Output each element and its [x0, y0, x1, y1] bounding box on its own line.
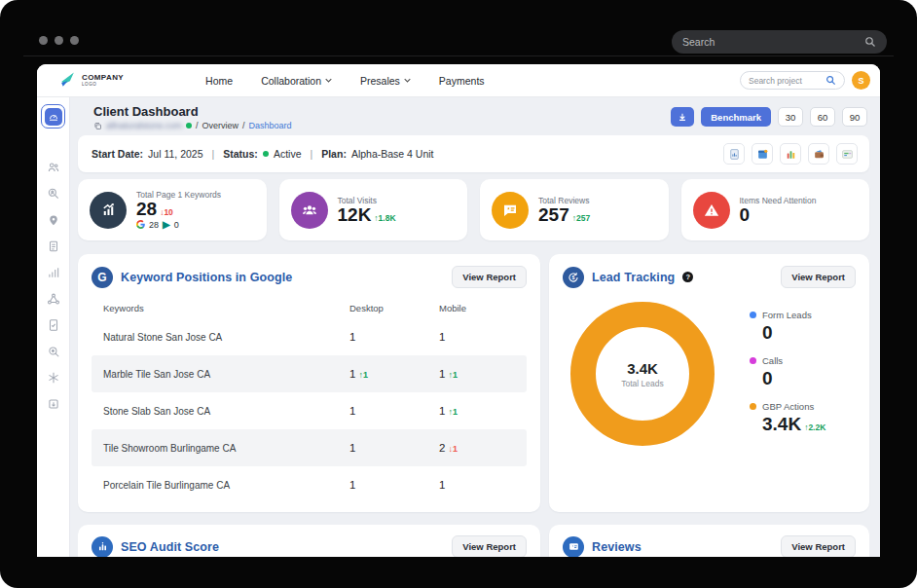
keyword-panel-title: Keyword Positions in Google — [121, 271, 292, 284]
download-button[interactable] — [671, 107, 694, 127]
range-60-button[interactable]: 60 — [810, 107, 835, 127]
window-dot[interactable] — [70, 36, 79, 45]
bar-chart-button[interactable] — [780, 143, 801, 165]
kpi-total-reviews[interactable]: Total Reviews 257↑257 — [480, 179, 669, 240]
warning-icon — [693, 192, 730, 229]
breadcrumb-dashboard[interactable]: Dashboard — [249, 121, 292, 130]
view-report-button[interactable]: View Report — [452, 535, 527, 557]
view-report-button[interactable]: View Report — [781, 266, 856, 288]
report-doc-button[interactable] — [723, 143, 745, 165]
browser-search-input[interactable] — [682, 36, 864, 48]
col-desktop: Desktop — [349, 303, 439, 313]
location-icon[interactable] — [47, 213, 60, 227]
nav-payments[interactable]: Payments — [439, 75, 485, 87]
keyword-table-header: Keywords Desktop Mobile — [92, 297, 527, 318]
benchmark-button[interactable]: Benchmark — [701, 107, 771, 127]
bar-chart-icon — [785, 148, 797, 161]
view-report-button[interactable]: View Report — [781, 535, 856, 557]
google-badge-icon: G — [92, 267, 113, 288]
breadcrumb-overview[interactable]: Overview — [202, 121, 239, 130]
nav-collaboration[interactable]: Collaboration — [261, 75, 332, 87]
rank-delta: ↑1 — [448, 407, 458, 417]
nav-presales[interactable]: Presales — [360, 75, 411, 87]
kpi-items-need-attention[interactable]: Items Need Attention 0 — [681, 179, 870, 240]
window-controls[interactable] — [39, 36, 79, 45]
lead-tracking-icon: $ — [563, 267, 584, 288]
sidebar-item-dashboard[interactable] — [41, 104, 65, 129]
total-leads-value: 3.4K — [627, 360, 658, 377]
wallet-button[interactable] — [808, 143, 829, 165]
settings-icon[interactable] — [47, 371, 60, 385]
legend-value: 3.4K — [762, 414, 801, 435]
search-icon — [825, 75, 836, 86]
total-leads-label: Total Leads — [621, 379, 663, 388]
search-icon — [864, 36, 876, 48]
start-date-value: Jul 11, 2025 — [148, 148, 202, 160]
separator: | — [310, 148, 312, 160]
range-30-button[interactable]: 30 — [778, 107, 803, 127]
window-dot[interactable] — [39, 36, 48, 45]
app-window: COMPANY LOGO Home Collaboration Presales… — [37, 64, 880, 557]
client-domain[interactable]: allnaturalstone.com — [106, 121, 182, 130]
kpi-total-page1-keywords[interactable]: Total Page 1 Keywords 28↓10 28 ▶ 0 — [78, 179, 267, 240]
device-frame: COMPANY LOGO Home Collaboration Presales… — [0, 0, 917, 588]
rank-delta: ↓1 — [448, 444, 458, 454]
network-icon[interactable] — [47, 292, 60, 306]
calendar-button[interactable] — [752, 143, 773, 165]
project-search-input[interactable] — [749, 76, 825, 86]
avatar[interactable]: S — [852, 71, 870, 90]
kpi-delta: ↓10 — [160, 208, 173, 217]
top-navigation: COMPANY LOGO Home Collaboration Presales… — [37, 64, 880, 97]
legend-value: 0 — [762, 322, 773, 344]
seo-panel-title: SEO Audit Score — [121, 540, 219, 554]
help-icon[interactable]: ? — [682, 272, 693, 282]
table-row[interactable]: Marble Tile San Jose CA 1↑1 1↑1 — [92, 355, 527, 392]
desktop-rank: 1 — [349, 368, 355, 380]
reviews-icon — [492, 192, 529, 229]
visitors-icon — [291, 192, 328, 229]
company-logo[interactable]: COMPANY LOGO — [58, 71, 124, 90]
kpi-value: 12K — [338, 205, 372, 225]
analytics-icon[interactable] — [47, 266, 60, 279]
status-label: Status: — [223, 148, 258, 160]
seo-search-icon[interactable] — [47, 345, 60, 358]
table-row[interactable]: Stone Slab San Jose CA 1 1↑1 — [92, 392, 527, 429]
wallet-icon — [813, 148, 825, 161]
legend-calls: Calls 0 — [750, 355, 825, 389]
view-report-button[interactable]: View Report — [452, 266, 527, 288]
keyword-positions-panel: G Keyword Positions in Google View Repor… — [78, 254, 540, 512]
table-row[interactable]: Natural Stone San Jose CA 1 1 — [92, 318, 527, 355]
engine-counts: 28 ▶ 0 — [136, 219, 221, 230]
legend-label: GBP Actions — [762, 401, 814, 412]
invoice-icon[interactable] — [47, 318, 60, 332]
archive-icon[interactable] — [47, 397, 60, 411]
users-icon[interactable] — [47, 161, 60, 174]
kpi-value: 257 — [538, 205, 569, 225]
plan-label: Plan: — [321, 148, 347, 160]
status-value: Active — [274, 148, 302, 160]
project-search[interactable] — [740, 71, 845, 90]
gbp-card-button[interactable] — [836, 143, 858, 165]
donut-legend: Form Leads 0 Calls 0 GBP Actions 3.4K↑2.… — [750, 302, 825, 446]
kpi-total-visits[interactable]: Total Visits 12K↑1.8K — [279, 179, 468, 240]
document-icon[interactable] — [47, 239, 60, 253]
keywords-chart-icon — [90, 192, 127, 229]
kpi-delta: ↑257 — [572, 214, 590, 223]
nav-home[interactable]: Home — [205, 75, 233, 87]
bing-icon: ▶ — [163, 219, 170, 230]
table-row[interactable]: Porcelain Tile Burlingame CA 1 1 — [92, 466, 527, 503]
desktop-rank: 1 — [349, 405, 355, 417]
browser-search-bar[interactable] — [672, 30, 887, 54]
range-90-button[interactable]: 90 — [842, 107, 867, 127]
table-row[interactable]: Tile Showroom Burlingame CA 1 2↓1 — [92, 429, 527, 466]
mobile-rank: 1 — [439, 331, 445, 343]
rank-delta: ↑1 — [358, 370, 368, 380]
search-user-icon[interactable] — [47, 187, 60, 201]
window-dot[interactable] — [55, 36, 63, 45]
keyword-cell: Natural Stone San Jose CA — [103, 332, 349, 343]
sidebar — [37, 97, 70, 557]
mobile-rank: 2 — [439, 442, 445, 454]
leads-donut-chart: 3.4K Total Leads — [570, 302, 715, 446]
copy-icon[interactable] — [93, 122, 102, 130]
kpi-row: Total Page 1 Keywords 28↓10 28 ▶ 0 — [78, 179, 869, 240]
